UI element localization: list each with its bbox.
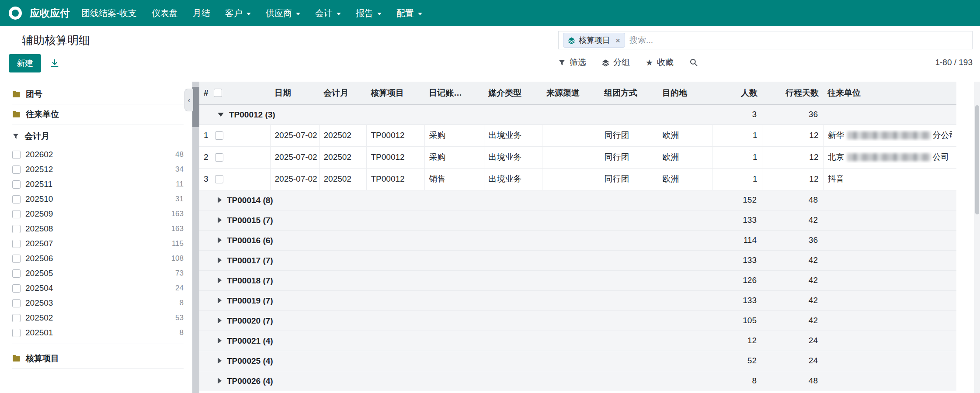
month-checkbox[interactable] — [12, 225, 21, 233]
column-header-11[interactable]: 行程天数 — [762, 82, 823, 104]
navbar-menu-2[interactable]: 仪表盘 — [152, 7, 178, 19]
table-row[interactable]: 32025-07-02202502TP00012销售出境业务同行团欧洲112抖音 — [199, 168, 956, 190]
favorites-button[interactable]: ★ 收藏 — [646, 57, 674, 68]
month-filter-item[interactable]: 20250573 — [12, 266, 184, 281]
group-by-button[interactable]: 分组 — [602, 57, 630, 68]
table-scrollbar[interactable] — [974, 82, 980, 393]
sidebar-item-partner[interactable]: 往来单位 — [12, 104, 184, 124]
search-bar[interactable]: 核算项目 × — [558, 31, 973, 49]
sidebar-collapse-handle[interactable]: ‹ — [184, 89, 193, 111]
column-header-5[interactable]: 日记账… — [424, 82, 484, 104]
search-facet[interactable]: 核算项目 × — [563, 33, 625, 48]
month-checkbox[interactable] — [12, 269, 21, 278]
navbar-menu-4[interactable]: 客户 — [225, 7, 251, 19]
column-header-3[interactable]: 会计月 — [319, 82, 366, 104]
navbar-menu-6[interactable]: 会计 — [315, 7, 341, 19]
select-all-checkbox[interactable] — [214, 89, 222, 97]
column-header-1[interactable]: # — [199, 82, 270, 104]
group-row[interactable]: TP00016 (6)11436 — [199, 230, 956, 250]
column-header-10[interactable]: 人数 — [712, 82, 762, 104]
column-header-9[interactable]: 目的地 — [658, 82, 712, 104]
month-checkbox[interactable] — [12, 284, 21, 293]
month-checkbox[interactable] — [12, 255, 21, 263]
month-checkbox[interactable] — [12, 329, 21, 337]
month-checkbox[interactable] — [12, 165, 21, 174]
month-filter-item[interactable]: 20251234 — [12, 162, 184, 177]
month-filter-item[interactable]: 20250253 — [12, 310, 184, 325]
month-checkbox[interactable] — [12, 180, 21, 189]
row-checkbox[interactable] — [215, 175, 223, 183]
group-row[interactable]: TP00025 (4)5224 — [199, 351, 956, 371]
month-filter-item[interactable]: 202507115 — [12, 236, 184, 251]
column-header-4[interactable]: 核算项目 — [366, 82, 424, 104]
group-row[interactable]: TP00017 (7)13342 — [199, 250, 956, 270]
app-name[interactable]: 应收应付 — [30, 7, 70, 20]
month-filter-item[interactable]: 20250424 — [12, 281, 184, 296]
table-row[interactable]: 22025-07-02202502TP00012采购出境业务同行团欧洲112北京… — [199, 146, 956, 168]
month-filter-item[interactable]: 202508163 — [12, 221, 184, 236]
month-filter-item[interactable]: 2025018 — [12, 325, 184, 340]
odoo-logo-icon[interactable] — [9, 7, 22, 20]
month-checkbox[interactable] — [12, 210, 21, 218]
navbar-menu-5[interactable]: 供应商 — [266, 7, 300, 19]
group-row[interactable]: TP00014 (8)15248 — [199, 190, 956, 210]
row-checkbox[interactable] — [215, 153, 223, 162]
row-checkbox[interactable] — [215, 131, 223, 140]
group-row[interactable]: TP00018 (7)12642 — [199, 270, 956, 290]
group-people-aggregate: 133 — [712, 250, 762, 270]
group-row[interactable]: TP00019 (7)13342 — [199, 290, 956, 310]
column-header-8[interactable]: 组团方式 — [600, 82, 658, 104]
search-input[interactable] — [629, 35, 968, 45]
sidebar-scrollbar[interactable] — [192, 82, 199, 393]
sidebar-item-accounting-item[interactable]: 核算项目 — [12, 348, 184, 369]
group-expand-icon[interactable] — [218, 378, 222, 384]
month-filter-item[interactable]: 20260248 — [12, 147, 184, 162]
group-collapse-icon[interactable] — [218, 113, 224, 117]
column-header-6[interactable]: 媒介类型 — [484, 82, 542, 104]
month-checkbox[interactable] — [12, 314, 21, 322]
sidebar-item-group-number[interactable]: 团号 — [12, 84, 184, 104]
table-scrollbar-thumb[interactable] — [975, 105, 979, 214]
group-row[interactable]: TP00020 (7)10542 — [199, 310, 956, 331]
table-row[interactable]: 12025-07-02202502TP00012采购出境业务同行团欧洲112新华… — [199, 124, 956, 146]
column-header-2[interactable]: 日期 — [270, 82, 319, 104]
group-expand-icon[interactable] — [218, 297, 222, 303]
group-expand-icon[interactable] — [218, 197, 222, 203]
group-expand-icon[interactable] — [218, 338, 222, 344]
column-header-7[interactable]: 来源渠道 — [542, 82, 600, 104]
group-expand-icon[interactable] — [218, 237, 222, 243]
navbar-menu-8[interactable]: 配置 — [396, 7, 422, 19]
facet-remove-icon[interactable]: × — [614, 36, 620, 45]
group-expand-icon[interactable] — [218, 317, 222, 324]
column-header-12[interactable]: 往来单位 — [823, 82, 956, 104]
month-filter-item[interactable]: 202509163 — [12, 207, 184, 221]
month-checkbox[interactable] — [12, 151, 21, 159]
group-row[interactable]: TP00012 (3)336 — [199, 104, 956, 124]
group-expand-icon[interactable] — [218, 277, 222, 283]
group-days-aggregate: 42 — [762, 250, 823, 270]
group-row[interactable]: TP00021 (4)1224 — [199, 331, 956, 351]
download-icon[interactable] — [50, 59, 59, 68]
month-checkbox[interactable] — [12, 240, 21, 248]
sidebar-scrollbar-thumb[interactable] — [192, 87, 199, 127]
group-row[interactable]: TP00026 (4)848 — [199, 371, 956, 391]
filter-button[interactable]: 筛选 — [558, 57, 586, 68]
navbar-menu-3[interactable]: 月结 — [193, 7, 210, 19]
month-checkbox[interactable] — [12, 195, 21, 203]
month-filter-item[interactable]: 20251111 — [12, 177, 184, 192]
group-expand-icon[interactable] — [218, 217, 222, 223]
people-cell: 1 — [712, 168, 762, 190]
navbar-menu-1[interactable]: 团线结案-收支 — [81, 7, 137, 19]
group-method-cell: 同行团 — [600, 124, 658, 146]
month-filter-item[interactable]: 2025038 — [12, 296, 184, 310]
month-filter-item[interactable]: 202506108 — [12, 251, 184, 266]
group-expand-icon[interactable] — [218, 257, 222, 263]
expand-search-button[interactable] — [689, 58, 698, 67]
group-row[interactable]: TP00015 (7)13342 — [199, 210, 956, 230]
month-checkbox[interactable] — [12, 299, 21, 307]
pager[interactable]: 1-80 / 193 — [935, 58, 973, 67]
navbar-menu-7[interactable]: 报告 — [356, 7, 382, 19]
group-expand-icon[interactable] — [218, 358, 222, 364]
month-filter-item[interactable]: 20251031 — [12, 192, 184, 207]
new-button[interactable]: 新建 — [9, 54, 41, 72]
